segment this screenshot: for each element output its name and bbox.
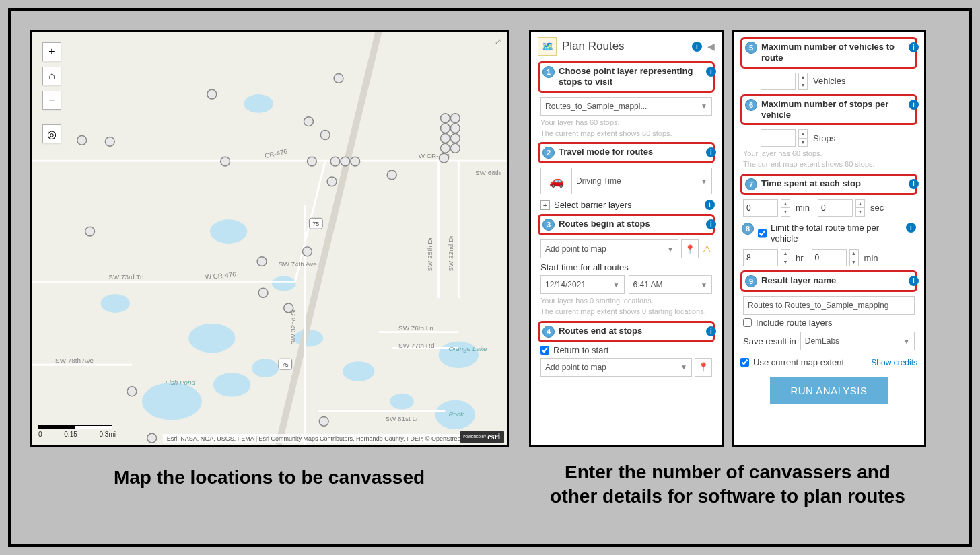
svg-point-54 xyxy=(441,114,450,123)
begin-point-select[interactable]: Add point to map▼ xyxy=(540,239,678,258)
svg-text:SW 77th Rd: SW 77th Rd xyxy=(398,342,434,349)
step-3-label: Routes begin at stops xyxy=(559,219,710,229)
step-5-badge: 5 xyxy=(745,42,757,54)
svg-point-50 xyxy=(341,157,350,166)
vehicles-spinner[interactable]: ▲▼ xyxy=(798,73,808,90)
warning-icon: ⚠ xyxy=(701,244,712,254)
info-icon[interactable]: i xyxy=(692,42,702,52)
run-analysis-button[interactable]: RUN ANALYSIS xyxy=(770,377,887,404)
map-pin-icon[interactable]: 📍 xyxy=(681,239,699,258)
svg-point-1 xyxy=(188,324,235,353)
stops-input[interactable] xyxy=(761,129,796,147)
svg-text:SW 25th Dr: SW 25th Dr xyxy=(426,237,433,272)
result-name-input[interactable]: Routes to Routes_to_Sample_mapping xyxy=(743,296,915,315)
include-route-layers-checkbox[interactable]: Include route layers xyxy=(743,318,917,328)
collapse-icon[interactable]: ◀ xyxy=(707,41,715,52)
zoom-out-button[interactable]: − xyxy=(42,91,61,110)
svg-point-47 xyxy=(320,131,330,140)
svg-point-34 xyxy=(105,137,114,146)
stops-spinner[interactable]: ▲▼ xyxy=(798,129,808,147)
stop-sec-input[interactable]: 0 xyxy=(818,199,853,217)
svg-point-38 xyxy=(207,89,217,99)
show-credits-link[interactable]: Show credits xyxy=(871,358,917,367)
step-8-badge: 8 xyxy=(742,223,754,235)
svg-point-44 xyxy=(303,247,312,256)
start-date-select[interactable]: 12/14/2021▼ xyxy=(540,275,625,294)
svg-point-7 xyxy=(272,276,296,291)
stop-min-input[interactable]: 0 xyxy=(743,199,778,217)
svg-text:Rock: Rock xyxy=(448,410,464,418)
step-6-label: Maximum number of stops per vehicle xyxy=(761,99,913,121)
zoom-in-button[interactable]: + xyxy=(42,42,61,61)
map-viewport[interactable]: ⤢ xyxy=(30,30,509,447)
svg-text:75: 75 xyxy=(282,361,289,368)
svg-point-6 xyxy=(244,94,273,113)
step-2-badge: 2 xyxy=(542,147,555,159)
stop-sec-spinner[interactable]: ▲▼ xyxy=(855,199,865,217)
svg-text:SW 32nd St: SW 32nd St xyxy=(289,309,297,344)
map-svg: W CR-476 CR-476 W CR-476 SW 73rd Trl SW … xyxy=(32,32,507,445)
step-2-label: Travel mode for routes xyxy=(559,147,710,157)
route-hr-input[interactable]: 8 xyxy=(743,249,778,266)
svg-text:SW 78th Ave: SW 78th Ave xyxy=(55,357,94,364)
svg-text:SW 81st Ln: SW 81st Ln xyxy=(385,415,419,422)
plan-routes-icon: 🗺️ xyxy=(538,37,557,56)
svg-point-0 xyxy=(142,383,202,420)
svg-point-51 xyxy=(351,157,360,166)
svg-point-57 xyxy=(441,143,450,153)
map-pin-icon[interactable]: 📍 xyxy=(695,358,712,377)
info-icon[interactable]: i xyxy=(909,100,919,110)
route-min-input[interactable]: 0 xyxy=(812,249,847,266)
info-icon[interactable]: i xyxy=(705,200,715,210)
svg-text:CR-476: CR-476 xyxy=(264,147,288,159)
svg-text:Fish Pond: Fish Pond xyxy=(166,379,196,386)
step-1-label: Choose point layer representing stops to… xyxy=(559,66,710,88)
info-icon[interactable]: i xyxy=(706,219,716,229)
svg-point-61 xyxy=(450,143,460,153)
save-in-label: Save result in xyxy=(743,336,796,346)
svg-text:SW 76th Ln: SW 76th Ln xyxy=(398,324,433,332)
route-min-spinner[interactable]: ▲▼ xyxy=(849,249,859,266)
svg-point-56 xyxy=(441,134,450,143)
use-extent-checkbox[interactable]: Use current map extent xyxy=(740,357,844,367)
info-icon[interactable]: i xyxy=(706,147,716,157)
info-icon[interactable]: i xyxy=(909,276,919,286)
svg-point-52 xyxy=(327,177,337,186)
stops-layer-select[interactable]: Routes_to_Sample_mappi...▼ xyxy=(540,97,712,116)
step-9-label: Result layer name xyxy=(761,275,913,286)
save-folder-select[interactable]: DemLabs▼ xyxy=(800,332,915,350)
expand-icon[interactable]: ⤢ xyxy=(495,37,501,46)
route-hr-spinner[interactable]: ▲▼ xyxy=(781,249,790,266)
vehicles-input[interactable] xyxy=(761,73,796,90)
step-9-badge: 9 xyxy=(745,275,757,287)
svg-text:75: 75 xyxy=(312,221,319,227)
end-point-select[interactable]: Add point to map▼ xyxy=(540,358,692,377)
svg-point-3 xyxy=(252,359,279,377)
home-button[interactable]: ⌂ xyxy=(42,67,61,85)
svg-point-46 xyxy=(330,157,340,166)
return-to-start-checkbox[interactable]: Return to start xyxy=(540,345,715,355)
svg-point-60 xyxy=(450,134,460,143)
info-icon[interactable]: i xyxy=(909,179,919,189)
stop-min-spinner[interactable]: ▲▼ xyxy=(781,199,790,217)
travel-mode-select[interactable]: Driving Time▼ xyxy=(571,168,712,194)
plan-routes-panel-left: 🗺️ Plan Routes i ◀ 1 Choose point layer … xyxy=(529,30,724,447)
svg-text:SW 74th Ave: SW 74th Ave xyxy=(279,260,317,268)
svg-point-58 xyxy=(450,114,460,123)
info-icon[interactable]: i xyxy=(706,67,716,77)
scale-bar: 00.150.3mi xyxy=(38,425,116,438)
limit-time-checkbox[interactable]: Limit the total route time per vehicle xyxy=(758,223,902,245)
car-icon: 🚗 xyxy=(540,168,571,194)
svg-text:SW 73rd Trl: SW 73rd Trl xyxy=(108,273,143,281)
info-icon[interactable]: i xyxy=(909,42,919,52)
start-time-select[interactable]: 6:41 AM▼ xyxy=(629,275,713,294)
expand-barrier-icon[interactable]: + xyxy=(540,200,550,210)
step-3-badge: 3 xyxy=(542,219,555,231)
locate-button[interactable]: ◎ xyxy=(42,124,61,143)
svg-point-33 xyxy=(77,135,87,145)
svg-point-37 xyxy=(147,433,157,443)
info-icon[interactable]: i xyxy=(706,326,716,336)
map-caption: Map the locations to be canvassed xyxy=(30,467,509,488)
info-icon[interactable]: i xyxy=(906,223,916,233)
map-attribution: Esri, NASA, NGA, USGS, FEMA | Esri Commu… xyxy=(163,434,470,443)
